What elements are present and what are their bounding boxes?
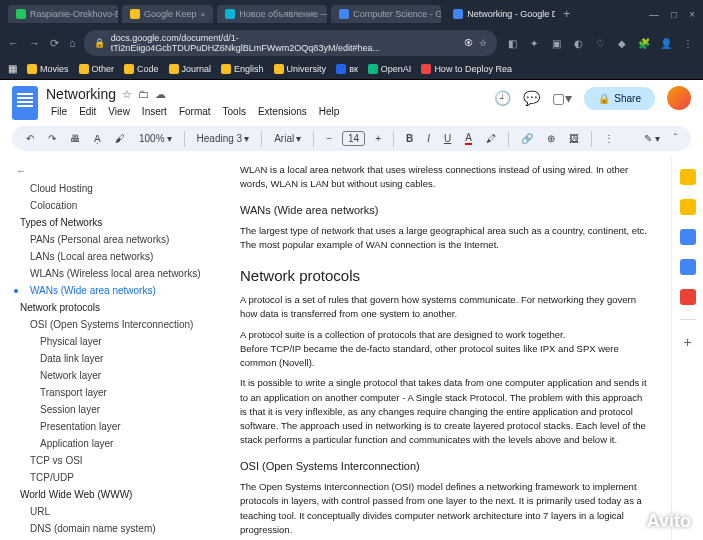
user-avatar[interactable] [667, 86, 691, 110]
close-window-button[interactable]: × [689, 9, 695, 20]
comments-icon[interactable]: 💬 [523, 90, 540, 106]
outline-item[interactable]: Types of Networks [0, 214, 220, 231]
browser-tab[interactable]: Computer Science - Goo× [331, 5, 441, 23]
menu-tools[interactable]: Tools [218, 104, 251, 119]
spellcheck-button[interactable]: Ạ [90, 131, 105, 146]
bookmark-item[interactable]: Journal [169, 64, 212, 74]
outline-item[interactable]: URL [0, 503, 220, 520]
share-button[interactable]: 🔒Share [584, 87, 655, 110]
bookmark-item[interactable]: University [274, 64, 327, 74]
outline-item[interactable]: Physical layer [0, 333, 220, 350]
star-icon[interactable]: ☆ [122, 88, 132, 101]
menu-edit[interactable]: Edit [74, 104, 101, 119]
bookmark-item[interactable]: вк [336, 64, 358, 74]
menu-view[interactable]: View [103, 104, 135, 119]
outline-item[interactable]: Colocation [0, 197, 220, 214]
docs-logo-icon[interactable] [12, 86, 38, 120]
increase-font-button[interactable]: + [371, 131, 385, 146]
bookmark-item[interactable]: Movies [27, 64, 69, 74]
comment-button[interactable]: ⊕ [543, 131, 559, 146]
editing-mode-button[interactable]: ✎ ▾ [640, 131, 664, 146]
ext-icon[interactable]: ◆ [615, 36, 629, 50]
home-button[interactable]: ⌂ [69, 37, 76, 50]
decrease-font-button[interactable]: − [322, 131, 336, 146]
outline-item[interactable]: Cloud Hosting [0, 180, 220, 197]
move-icon[interactable]: 🗀 [138, 88, 149, 101]
calendar-icon[interactable] [680, 169, 696, 185]
paint-format-button[interactable]: 🖌 [111, 131, 129, 146]
outline-item[interactable]: Application layer [0, 435, 220, 452]
reload-button[interactable]: ⟳ [50, 37, 59, 50]
menu-insert[interactable]: Insert [137, 104, 172, 119]
outline-item[interactable]: Data link layer [0, 350, 220, 367]
profile-icon[interactable]: 👤 [659, 36, 673, 50]
meet-icon[interactable]: ▢▾ [552, 90, 572, 106]
browser-tab-active[interactable]: Networking - Google Do× [445, 5, 555, 23]
document-title[interactable]: Networking [46, 86, 116, 102]
menu-button[interactable]: ⋮ [681, 36, 695, 50]
outline-item[interactable]: Network protocols [0, 299, 220, 316]
outline-item[interactable]: Transport layer [0, 384, 220, 401]
ext-icon[interactable]: ✦ [527, 36, 541, 50]
forward-button[interactable]: → [29, 37, 40, 50]
add-addon-button[interactable]: + [683, 334, 691, 350]
outline-item[interactable]: TCP/UDP [0, 469, 220, 486]
tasks-icon[interactable] [680, 229, 696, 245]
ext-icon[interactable]: ◐ [571, 36, 585, 50]
redo-button[interactable]: ↷ [44, 131, 60, 146]
highlight-button[interactable]: 🖍 [482, 131, 500, 146]
outline-item[interactable]: WLANs (Wireless local area networks) [0, 265, 220, 282]
bookmark-item[interactable]: OpenAI [368, 64, 412, 74]
browser-tab[interactable]: Новое объявление — C× [217, 5, 327, 23]
menu-format[interactable]: Format [174, 104, 216, 119]
text-color-button[interactable]: A [461, 130, 476, 147]
outline-item[interactable]: World Wide Web (WWW) [0, 486, 220, 503]
maximize-button[interactable]: □ [671, 9, 677, 20]
font-select[interactable]: Arial ▾ [270, 131, 305, 146]
outline-item[interactable]: Session layer [0, 401, 220, 418]
extensions-button[interactable]: 🧩 [637, 36, 651, 50]
menu-extensions[interactable]: Extensions [253, 104, 312, 119]
collapse-toolbar-button[interactable]: ˆ [670, 131, 681, 146]
contacts-icon[interactable] [680, 259, 696, 275]
outline-item[interactable]: OSI (Open Systems Interconnection) [0, 316, 220, 333]
new-tab-button[interactable]: + [559, 7, 574, 21]
undo-button[interactable]: ↶ [22, 131, 38, 146]
zoom-select[interactable]: 100% ▾ [135, 131, 176, 146]
ext-icon[interactable]: ▣ [549, 36, 563, 50]
bold-button[interactable]: B [402, 131, 417, 146]
url-input[interactable]: 🔒 docs.google.com/document/d/1-tTi2nEiig… [84, 30, 497, 56]
cloud-status-icon[interactable]: ☁ [155, 88, 166, 101]
ext-icon[interactable]: ◧ [505, 36, 519, 50]
history-icon[interactable]: 🕘 [494, 90, 511, 106]
translate-icon[interactable]: ⦿ [464, 38, 473, 48]
outline-item[interactable]: LANs (Local area networks) [0, 248, 220, 265]
apps-button[interactable]: ▦ [8, 63, 17, 74]
menu-help[interactable]: Help [314, 104, 345, 119]
bookmark-item[interactable]: English [221, 64, 264, 74]
browser-tab[interactable]: Google Keep× [122, 5, 213, 23]
ext-icon[interactable]: ♡ [593, 36, 607, 50]
outline-item[interactable]: TCP vs OSI [0, 452, 220, 469]
font-size-input[interactable]: 14 [342, 131, 365, 146]
menu-file[interactable]: File [46, 104, 72, 119]
outline-item[interactable]: PANs (Personal area networks) [0, 231, 220, 248]
outline-item[interactable]: DNS (domain name system) [0, 520, 220, 537]
browser-tab[interactable]: Raspianie-Orekhovo-Bo× [8, 5, 118, 23]
bookmark-item[interactable]: Code [124, 64, 159, 74]
bookmark-star-icon[interactable]: ☆ [479, 38, 487, 48]
close-icon[interactable]: × [201, 10, 206, 19]
maps-icon[interactable] [680, 289, 696, 305]
italic-button[interactable]: I [423, 131, 434, 146]
more-tools-button[interactable]: ⋮ [600, 131, 618, 146]
keep-icon[interactable] [680, 199, 696, 215]
minimize-button[interactable]: — [649, 9, 659, 20]
print-button[interactable]: 🖶 [66, 131, 84, 146]
link-button[interactable]: 🔗 [517, 131, 537, 146]
outline-item[interactable]: Presentation layer [0, 418, 220, 435]
outline-item-active[interactable]: WANs (Wide area networks) [0, 282, 220, 299]
bookmark-item[interactable]: How to Deploy Rea [421, 64, 512, 74]
underline-button[interactable]: U [440, 131, 455, 146]
back-button[interactable]: ← [8, 37, 19, 50]
bookmark-item[interactable]: Other [79, 64, 115, 74]
